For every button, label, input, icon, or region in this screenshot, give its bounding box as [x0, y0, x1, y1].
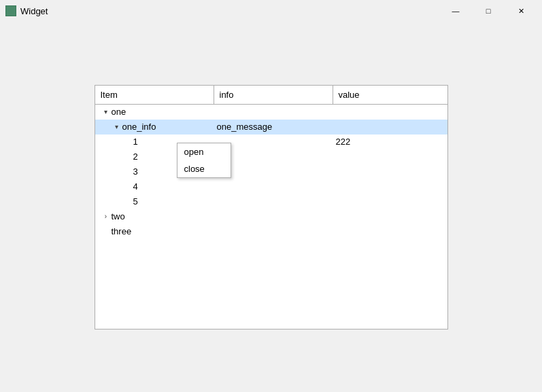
tree-widget[interactable]: Item info value ▾ one [95, 85, 448, 329]
window-content: Item info value ▾ one [0, 22, 542, 392]
col-value-header: value [333, 86, 447, 104]
row-item-two: › two [95, 209, 214, 224]
row-value-3 [333, 164, 447, 179]
window: Widget — □ ✕ Item info value [0, 0, 542, 392]
context-menu: open close [177, 143, 231, 178]
table-row[interactable]: › two [95, 209, 447, 224]
table-row[interactable]: 1 222 [95, 135, 447, 149]
table-row[interactable]: 5 [95, 194, 447, 209]
row-value-4 [333, 179, 447, 194]
row-item-three: three [95, 224, 214, 239]
row-item-5: 5 [95, 194, 214, 209]
row-value-1: 222 [333, 135, 447, 149]
row-info-one [214, 105, 333, 120]
row-info-2 [214, 149, 333, 164]
expand-icon-one[interactable]: ▾ [101, 107, 112, 118]
title-bar-left: Widget [5, 5, 48, 16]
close-button[interactable]: ✕ [505, 0, 537, 22]
row-value-three [333, 224, 447, 239]
row-info-3 [214, 164, 333, 179]
row-item-one: ▾ one [95, 105, 214, 120]
expand-icon-one-info[interactable]: ▾ [112, 122, 122, 132]
tree-header: Item info value [95, 86, 447, 105]
row-info-three [214, 224, 333, 239]
row-info-4 [214, 179, 333, 194]
row-item-one-info: ▾ one_info [95, 120, 214, 135]
title-bar-buttons: — □ ✕ [440, 0, 537, 22]
row-info-two [214, 209, 333, 224]
row-value-one-info [333, 120, 447, 135]
window-icon [5, 5, 16, 16]
table-row[interactable]: ▾ one_info one_message [95, 120, 447, 135]
row-info-5 [214, 194, 333, 209]
row-value-two [333, 209, 447, 224]
title-bar: Widget — □ ✕ [0, 0, 542, 22]
row-info-1 [214, 135, 333, 149]
col-info-header: info [214, 86, 333, 104]
context-menu-item-open[interactable]: open [177, 143, 231, 160]
window-title: Widget [20, 6, 48, 16]
maximize-button[interactable]: □ [473, 0, 504, 22]
row-info-one-info: one_message [214, 120, 333, 135]
minimize-button[interactable]: — [440, 0, 471, 22]
context-menu-item-close[interactable]: close [177, 160, 231, 177]
row-item-4: 4 [95, 179, 214, 194]
row-value-5 [333, 194, 447, 209]
table-row[interactable]: ▾ one [95, 105, 447, 120]
row-value-2 [333, 149, 447, 164]
row-value-one [333, 105, 447, 120]
tree-body: ▾ one ▾ one_info one_message [95, 105, 447, 239]
table-row[interactable]: 4 [95, 179, 447, 194]
table-row[interactable]: three [95, 224, 447, 239]
col-item-header: Item [95, 86, 214, 104]
expand-icon-two[interactable]: › [101, 211, 112, 222]
table-row[interactable]: 3 [95, 164, 447, 179]
table-row[interactable]: 2 [95, 149, 447, 164]
